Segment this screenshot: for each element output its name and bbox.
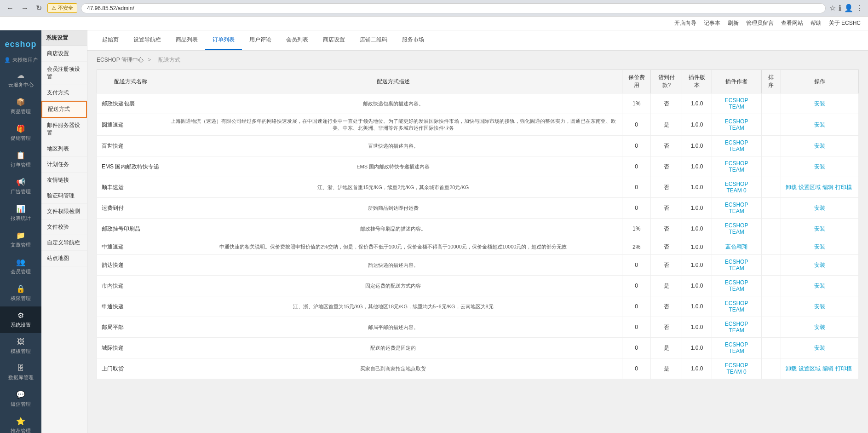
shipping-version: 1.0.0 — [682, 255, 712, 276]
tab-order-list[interactable]: 订单列表 — [205, 30, 242, 50]
install-link[interactable]: 安装 — [814, 163, 825, 170]
menu-item-custom-nav[interactable]: 自定义导航栏 — [41, 235, 87, 251]
top-nav-chakangwangzhan[interactable]: 查看网站 — [781, 19, 803, 27]
menu-item-regions[interactable]: 地区列表 — [41, 141, 87, 157]
action-link-2[interactable]: 编辑 — [822, 184, 834, 191]
shipping-action[interactable]: 安装 — [781, 156, 858, 177]
menu-item-friendly-links[interactable]: 友情链接 — [41, 173, 87, 188]
forward-button[interactable]: → — [19, 3, 30, 13]
action-link-1[interactable]: 设置区域 — [799, 365, 821, 372]
tab-qrcode[interactable]: 店铺二维码 — [352, 30, 395, 50]
shipping-version: 1.0.0 — [682, 198, 712, 219]
action-link-1[interactable]: 设置区域 — [799, 184, 821, 191]
shipping-author: ECSHOP TEAM — [712, 198, 761, 219]
breadcrumb-separator: > — [148, 57, 151, 63]
menu-item-file-verify[interactable]: 文件校验 — [41, 219, 87, 235]
tab-product-list[interactable]: 商品列表 — [168, 30, 205, 50]
shipping-action[interactable]: 安装 — [781, 136, 858, 156]
tab-shop-settings[interactable]: 商店设置 — [316, 30, 352, 50]
tab-nav-settings[interactable]: 设置导航栏 — [126, 30, 168, 50]
install-link[interactable]: 安装 — [814, 283, 825, 289]
shipping-action[interactable]: 安装 — [781, 114, 858, 136]
tab-user-reviews[interactable]: 用户评论 — [242, 30, 279, 50]
install-link[interactable]: 安装 — [814, 100, 825, 107]
shipping-action[interactable]: 安装 — [781, 317, 858, 338]
tab-home[interactable]: 起始页 — [95, 30, 126, 50]
action-link-3[interactable]: 打印模 — [835, 184, 852, 191]
action-link-0[interactable]: 卸载 — [786, 365, 797, 372]
menu-item-mail-server[interactable]: 邮件服务器设置 — [41, 118, 87, 141]
sidebar-item-ads[interactable]: 📢 广告管理 — [0, 173, 41, 200]
menu-item-member-register[interactable]: 会员注册项设置 — [41, 62, 87, 85]
install-link[interactable]: 安装 — [814, 262, 825, 268]
top-nav-jishiben[interactable]: 记事本 — [704, 19, 720, 27]
top-nav-bangzhu[interactable]: 帮助 — [811, 19, 822, 27]
action-link-3[interactable]: 打印模 — [835, 365, 852, 372]
sidebar-item-reports[interactable]: 📊 报表统计 — [0, 200, 41, 226]
sidebar-item-promotions[interactable]: 🎁 促销管理 — [0, 120, 41, 146]
shipping-action[interactable]: 安装 — [781, 276, 858, 296]
install-link[interactable]: 安装 — [814, 121, 825, 128]
tab-member-list[interactable]: 会员列表 — [279, 30, 316, 50]
install-link[interactable]: 安装 — [814, 324, 825, 330]
shipping-name: 邮政快递包裹 — [97, 93, 164, 114]
top-nav-guanliyuanliuyan[interactable]: 管理员留言 — [746, 19, 774, 27]
install-link[interactable]: 安装 — [814, 345, 825, 351]
info-icon[interactable]: ℹ — [839, 4, 841, 12]
sidebar-item-orders[interactable]: 📋 订单管理 — [0, 146, 41, 173]
sidebar-item-database[interactable]: 🗄 数据库管理 — [0, 359, 41, 386]
menu-item-file-permissions[interactable]: 文件权限检测 — [41, 204, 87, 219]
top-nav-about[interactable]: 关于 ECSHC — [829, 19, 861, 27]
shipping-desc: 韵达快递的描述内容。 — [164, 255, 622, 276]
install-link[interactable]: 安装 — [814, 243, 825, 250]
shipping-desc: 上海圆通物流（速递）有限公司经过多年的网络快速发展，在中国速递行业中一直处于领先… — [164, 114, 622, 136]
shipping-version: 1.0.0 — [682, 358, 712, 379]
sidebar-item-permissions[interactable]: 🔒 权限管理 — [0, 280, 41, 306]
url-bar[interactable]: 47.96.85.52/admin/ — [81, 3, 826, 13]
menu-item-shop-settings[interactable]: 商店设置 — [41, 46, 87, 62]
sidebar-item-cloud[interactable]: ☁ 云服务中心 — [0, 66, 41, 93]
account-icon[interactable]: 👤 — [844, 4, 853, 12]
menu-item-captcha[interactable]: 验证码管理 — [41, 188, 87, 204]
menu-icon[interactable]: ⋮ — [856, 4, 863, 12]
breadcrumb-root[interactable]: ECSHOP 管理中心 — [97, 57, 144, 63]
bookmark-icon[interactable]: ☆ — [829, 4, 836, 12]
shipping-action[interactable]: 安装 — [781, 239, 858, 255]
shipping-action[interactable]: 安装 — [781, 93, 858, 114]
sidebar-item-templates[interactable]: 🖼 模板管理 — [0, 333, 41, 359]
shipping-price: 0 — [622, 177, 651, 198]
shipping-name: 邮局平邮 — [97, 317, 164, 338]
action-link-0[interactable]: 卸载 — [786, 184, 797, 191]
install-link[interactable]: 安装 — [814, 143, 825, 149]
sidebar-item-products[interactable]: 📦 商品管理 — [0, 93, 41, 120]
shipping-action[interactable]: 卸载设置区域编辑打印模 — [781, 358, 858, 379]
shipping-action[interactable]: 安装 — [781, 219, 858, 239]
install-link[interactable]: 安装 — [814, 205, 825, 211]
install-link[interactable]: 安装 — [814, 225, 825, 232]
install-link[interactable]: 安装 — [814, 303, 825, 310]
menu-item-sitemap[interactable]: 站点地图 — [41, 251, 87, 266]
menu-item-payment[interactable]: 支付方式 — [41, 85, 87, 101]
shipping-sort — [761, 338, 781, 358]
menu-item-shipping[interactable]: 配送方式 — [41, 101, 87, 118]
sidebar-item-recommendations[interactable]: ⭐ 推荐管理 — [0, 412, 41, 433]
top-nav-kaidianzixiang[interactable]: 开店向导 — [674, 19, 696, 27]
sidebar-item-settings[interactable]: ⚙ 系统设置 — [0, 306, 41, 333]
reload-button[interactable]: ↻ — [34, 3, 44, 13]
shipping-action[interactable]: 安装 — [781, 255, 858, 276]
sidebar-item-members[interactable]: 👥 会员管理 — [0, 253, 41, 280]
tab-service-market[interactable]: 服务市场 — [395, 30, 431, 50]
top-nav-shuaxin[interactable]: 刷新 — [728, 19, 739, 27]
shipping-action[interactable]: 卸载设置区域编辑打印模 — [781, 177, 858, 198]
shipping-action[interactable]: 安装 — [781, 338, 858, 358]
sidebar-item-sms[interactable]: 💬 短信管理 — [0, 386, 41, 412]
shipping-price: 1% — [622, 219, 651, 239]
menu-item-scheduled-tasks[interactable]: 计划任务 — [41, 157, 87, 173]
shipping-action[interactable]: 安装 — [781, 296, 858, 317]
back-button[interactable]: ← — [5, 3, 16, 13]
articles-icon: 📁 — [16, 231, 25, 240]
shipping-name: 顺丰速运 — [97, 177, 164, 198]
action-link-2[interactable]: 编辑 — [822, 365, 834, 372]
sidebar-item-articles[interactable]: 📁 文章管理 — [0, 226, 41, 253]
shipping-action[interactable]: 安装 — [781, 198, 858, 219]
